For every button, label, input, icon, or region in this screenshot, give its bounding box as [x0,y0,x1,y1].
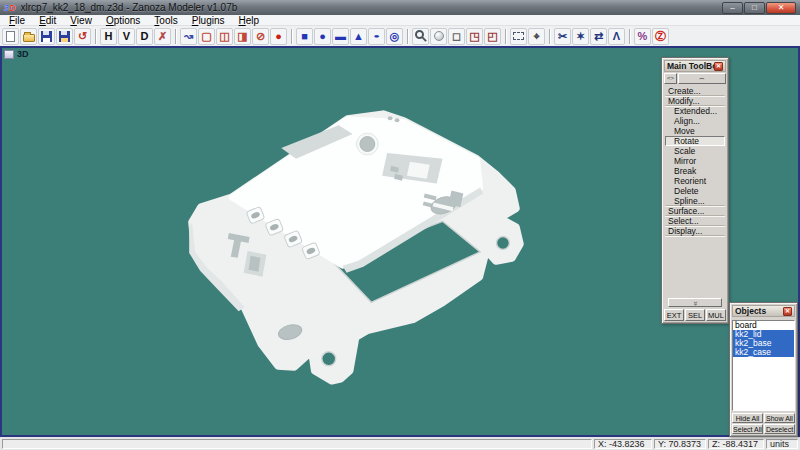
d-toggle-button[interactable]: D [136,28,153,45]
zoom-region-icon: ◰ [487,31,497,42]
toolbox-item-rotate[interactable]: Rotate [665,136,725,146]
close-button[interactable]: ✕ [766,2,796,14]
new-file-button[interactable] [2,28,19,45]
minimize-button[interactable]: – [722,2,743,14]
target-button[interactable]: ⌖ [528,28,545,45]
main-toolbox-close-icon[interactable]: ✕ [714,62,723,71]
reload-button[interactable]: ↺ [74,28,91,45]
delete-filter-icon: ✗ [158,31,167,42]
menu-edit[interactable]: Edit [32,15,63,26]
object-item-kk2_case[interactable]: kk2_case [733,348,794,357]
zoom-region-button[interactable]: ◰ [484,28,501,45]
maximize-button[interactable]: □ [744,2,765,14]
orbit-ball-button[interactable] [430,28,447,45]
model-kk2-case[interactable] [189,114,520,380]
d-toggle-icon: D [141,31,149,42]
save-button[interactable] [38,28,55,45]
menu-file[interactable]: File [2,15,32,26]
swap-tool-button[interactable]: ⇄ [590,28,607,45]
ellipsoid-primitive-button[interactable]: ● [368,28,385,45]
viewport-label: 3D [17,49,29,59]
view-cube-button[interactable]: ◻ [448,28,465,45]
torus-primitive-button[interactable]: ◎ [386,28,403,45]
toolbox-expand-button[interactable]: » [668,298,722,307]
toolbox-item-break[interactable]: Break [665,166,725,176]
save-icon [41,31,52,42]
toolbox-item-spline[interactable]: Spline... [665,196,725,206]
cut-tool-button[interactable]: ✂ [554,28,571,45]
export-button[interactable] [56,28,73,45]
main-toolbox-panel: Main ToolBox ✕ <> ⌢ Create...Modify...Ex… [661,57,729,324]
menu-options[interactable]: Options [99,15,147,26]
toolbox-item-mirror[interactable]: Mirror [665,156,725,166]
mode-button-sel[interactable]: SEL [685,309,705,321]
toolbar-separator [95,29,97,44]
toolbox-item-extended[interactable]: Extended... [665,106,725,116]
toolbar-separator [291,29,293,44]
toolbox-item-delete[interactable]: Delete [665,186,725,196]
v-toggle-button[interactable]: V [118,28,135,45]
zoom-button[interactable] [412,28,429,45]
menu-tools[interactable]: Tools [147,15,184,26]
menu-view[interactable]: View [63,15,99,26]
objects-panel-close-icon[interactable]: ✕ [783,307,792,316]
swap-tool-icon: ⇄ [594,31,603,42]
app-logo-icon: 3D [4,3,16,13]
export-icon [59,31,70,42]
toolbox-item-move[interactable]: Move [665,126,725,136]
sphere-primitive-button[interactable]: ● [314,28,331,45]
hidden-box-button[interactable]: ⊘ [252,28,269,45]
objects-panel-titlebar[interactable]: Objects ✕ [732,305,795,317]
objects-button-hide-all[interactable]: Hide All [732,413,763,423]
toolbox-item-surface[interactable]: Surface... [665,206,725,216]
red-sphere-icon: ● [275,31,282,42]
box-primitive-button[interactable]: ■ [296,28,313,45]
menu-plugins[interactable]: Plugins [185,15,232,26]
title-bar[interactable]: 3D xlrcp7_kk2_18_dm.z3d - Zanoza Modeler… [0,0,800,15]
toolbox-item-display[interactable]: Display... [665,226,725,236]
weld-tool-button[interactable]: ✶ [572,28,589,45]
material-percent-button[interactable]: % [634,28,651,45]
h-toggle-button[interactable]: H [100,28,117,45]
menu-help[interactable]: Help [232,15,267,26]
toolbox-item-scale[interactable]: Scale [665,146,725,156]
mode-button-ext[interactable]: EXT [664,309,684,321]
weld-tool-icon: ✶ [576,31,585,42]
toolbox-item-reorient[interactable]: Reorient [665,176,725,186]
figure-tool-button[interactable]: Λ [608,28,625,45]
shaded-box-button[interactable]: ◨ [234,28,251,45]
cone-primitive-button[interactable]: ▲ [350,28,367,45]
toolbox-rollup-button[interactable]: ⌢ [678,73,726,84]
toolbox-item-select[interactable]: Select... [665,216,725,226]
marquee-select-button[interactable] [510,28,527,45]
open-file-icon [23,34,35,42]
delete-filter-button[interactable]: ✗ [154,28,171,45]
toolbar-separator [549,29,551,44]
toolbox-item-align[interactable]: Align... [665,116,725,126]
wireframe-box-button[interactable]: ▢ [198,28,215,45]
zmodeler-logo-button[interactable]: Ⓩ [652,28,669,45]
viewport-menu-icon[interactable] [4,50,14,59]
mode-button-mul[interactable]: MUL [706,309,726,321]
hidden-box-icon: ⊘ [256,31,265,42]
objects-button-deselect[interactable]: Deselect [764,424,795,434]
cylinder-primitive-button[interactable]: ▬ [332,28,349,45]
open-file-button[interactable] [20,28,37,45]
toolbox-item-modify[interactable]: Modify... [665,96,725,106]
new-file-icon [6,31,15,42]
main-toolbox-title: Main ToolBox [667,61,714,71]
toolbox-pin-button[interactable]: <> [664,73,677,84]
objects-button-show-all[interactable]: Show All [764,413,795,423]
marquee-select-icon [513,32,524,40]
toolbox-command-list: Create...Modify...Extended...Align...Mov… [665,86,725,297]
main-toolbox-titlebar[interactable]: Main ToolBox ✕ [664,60,726,72]
objects-panel-title: Objects [735,306,783,316]
objects-button-select-all[interactable]: Select All [732,424,763,434]
zoom-extents-button[interactable]: ◳ [466,28,483,45]
red-sphere-button[interactable]: ● [270,28,287,45]
toolbox-item-create[interactable]: Create... [665,86,725,96]
target-icon: ⌖ [533,31,539,42]
lasso-select-button[interactable]: ↝ [180,28,197,45]
solid-box-button[interactable]: ◫ [216,28,233,45]
objects-list: boardkk2_lidkk2_basekk2_case [732,320,795,411]
